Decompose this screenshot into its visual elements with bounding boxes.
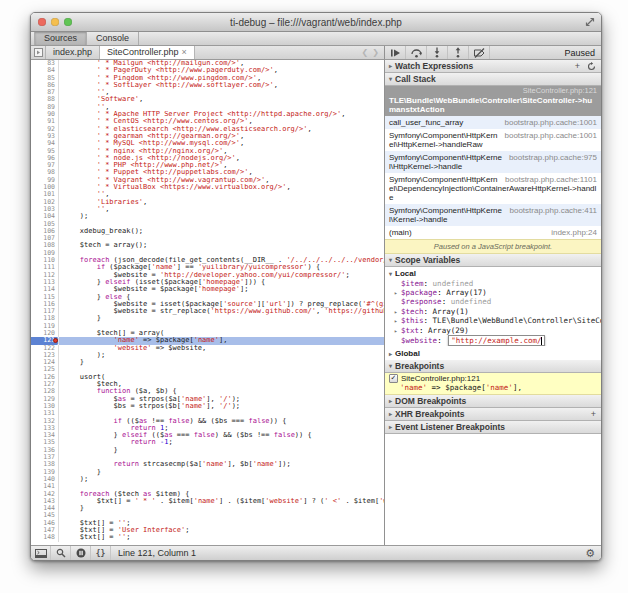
code-line-100: 100 ' * VirtualBox <https://www.virtualb… <box>31 184 384 191</box>
code-area: 83 ' * Mailgun <http://mailgun.com/>',84… <box>31 60 384 542</box>
scope-group-global[interactable]: ▸Global <box>385 348 601 359</box>
call-stack-frame[interactable]: bootstrap.php.cache:1101Symfony\Componen… <box>385 173 601 204</box>
chevron-right-icon: ▸ <box>389 395 392 407</box>
section-xhr-breakpoints[interactable]: ▸ XHR Breakpoints + <box>385 408 601 421</box>
tab-scroll-right-icon[interactable]: ❯ <box>372 48 379 57</box>
section-call-stack[interactable]: ▾ Call Stack <box>385 73 601 86</box>
code-line-108: 108 $tech = array(); <box>31 242 384 249</box>
file-tab-sitecontroller[interactable]: SiteController.php × <box>100 46 195 59</box>
close-icon[interactable] <box>38 18 46 26</box>
code-line-96: 96 ' * node.js <http://nodejs.org/>', <box>31 155 384 162</box>
section-dom-breakpoints[interactable]: ▸ DOM Breakpoints <box>385 395 601 408</box>
tab-console[interactable]: Console <box>87 32 139 45</box>
code-line-85: 85 ' * Pingdom <http://www.pingdom.com/>… <box>31 75 384 82</box>
code-line-104: 104 ); <box>31 213 384 220</box>
code-line-93: 93 ' * gearman <http://gearman.org/>', <box>31 133 384 140</box>
code-line-117: 117 $website = str_replace('https://www.… <box>31 308 384 315</box>
paused-banner: Paused on a JavaScript breakpoint. <box>385 239 601 254</box>
code-line-133: 133 return 1; <box>31 425 384 432</box>
code-line-101: 101 '', <box>31 191 384 198</box>
scope-variable[interactable]: ▸$tech: Array(1) <box>385 307 601 316</box>
code-line-120: 120 $tech[] = array( <box>31 330 384 337</box>
step-into-icon[interactable] <box>427 46 448 59</box>
code-line-107: 107 <box>31 235 384 242</box>
fullscreen-icon[interactable] <box>585 17 595 27</box>
code-line-127: 127 $tech, <box>31 381 384 388</box>
chevron-right-icon: ▸ <box>389 408 392 420</box>
resume-icon[interactable] <box>385 46 406 59</box>
close-tab-icon[interactable]: × <box>182 46 187 59</box>
code-line-128: 128 function ($a, $b) { <box>31 388 384 395</box>
code-line-111: 111 if ($package['name'] == 'yuilibrary/… <box>31 264 384 271</box>
chevron-down-icon: ▾ <box>389 360 392 372</box>
code-line-124: 124 } <box>31 359 384 366</box>
breakpoint-entry[interactable]: ✓SiteController.php:121'name' => $packag… <box>385 373 601 395</box>
code-line-102: 102 'Libraries', <box>31 199 384 206</box>
frame-location: SiteController.php:121 <box>389 87 597 96</box>
line-number[interactable]: 148 <box>31 534 59 541</box>
zoom-icon[interactable] <box>64 18 72 26</box>
deactivate-breakpoints-icon[interactable] <box>469 46 490 59</box>
code-line-86: 86 ' * SoftLayer <http://www.softlayer.c… <box>31 82 384 89</box>
code-line-116: 116 $website = isset($package['source'][… <box>31 301 384 308</box>
console-drawer-icon[interactable] <box>31 546 51 560</box>
navigator-toggle-icon[interactable] <box>31 46 46 59</box>
minimize-icon[interactable] <box>51 18 59 26</box>
code-line-140: 140 ); <box>31 476 384 483</box>
step-over-icon[interactable] <box>406 46 427 59</box>
section-scope-variables[interactable]: ▾ Scope Variables <box>385 254 601 267</box>
scope-variable[interactable]: ▸$package: Array(17) <box>385 288 601 297</box>
chevron-down-icon: ▾ <box>389 73 392 85</box>
scope-variable[interactable]: ▸$txt: Array(29) <box>385 326 601 335</box>
editor-tab-row: index.php SiteController.php × ❮ ❯ <box>31 46 601 60</box>
scope-group-local[interactable]: ▾Local <box>385 268 601 279</box>
call-stack-frame[interactable]: bootstrap.php.cache:975Symfony\Component… <box>385 151 601 173</box>
section-watch-expressions[interactable]: ▸ Watch Expressions + <box>385 60 601 73</box>
call-stack-frame[interactable]: bootstrap.php.cache:1001Symfony\Componen… <box>385 129 601 151</box>
tab-sources[interactable]: Sources <box>34 32 87 45</box>
search-icon[interactable] <box>51 546 71 560</box>
chevron-right-icon: ▸ <box>389 60 392 72</box>
code-line-138: 138 return strcasecmp($a['name'], $b['na… <box>31 461 384 468</box>
code-editor[interactable]: 83 ' * Mailgun <http://mailgun.com/>',84… <box>31 60 384 545</box>
code-line-87: 87 '', <box>31 89 384 96</box>
title-bar[interactable]: ti-debug – file:///vagrant/web/index.php <box>31 13 601 32</box>
refresh-icon[interactable] <box>587 62 596 71</box>
line-number[interactable]: 121 <box>31 337 59 344</box>
status-bar: {} Line 121, Column 1 ⚙ <box>31 545 601 560</box>
scope-variable[interactable]: ▸$this: TLE\Bundle\WebBundle\Controller\… <box>385 316 601 325</box>
code-line-106: 106 xdebug_break(); <box>31 228 384 235</box>
add-watch-icon[interactable]: + <box>575 60 580 72</box>
call-stack-frame[interactable]: bootstrap.php.cache:1001call_user_func_a… <box>385 116 601 129</box>
pause-on-exceptions-icon[interactable] <box>71 546 91 560</box>
code-line-130: 130 $bs = strpos($b['name'], '/'); <box>31 403 384 410</box>
code-line-132: 132 if (($as !== false) && ($bs === fals… <box>31 418 384 425</box>
section-breakpoints[interactable]: ▾ Breakpoints <box>385 360 601 373</box>
code-line-112: 112 $website = 'http://developer.yahoo.c… <box>31 272 384 279</box>
code-line-88: 88 'Software', <box>31 96 384 103</box>
code-line-146: 146 $txt[] = ''; <box>31 520 384 527</box>
tab-scroll-left-icon[interactable]: ❮ <box>362 48 369 57</box>
chevron-down-icon: ▾ <box>389 270 392 277</box>
code-line-103: 103 '', <box>31 206 384 213</box>
breakpoint-checkbox[interactable]: ✓ <box>389 374 398 383</box>
scope-variable: $website: "http://example.com/ <box>385 335 601 346</box>
add-xhr-breakpoint-icon[interactable]: + <box>591 408 596 420</box>
step-out-icon[interactable] <box>448 46 469 59</box>
code-line-113: 113 } elseif (isset($package['homepage']… <box>31 279 384 286</box>
call-stack-frame[interactable]: bootstrap.php.cache:411Symfony\Component… <box>385 204 601 226</box>
pretty-print-icon[interactable]: {} <box>91 546 111 560</box>
call-stack-frame[interactable]: index.php:24(main) <box>385 226 601 239</box>
code-line-135: 135 return -1; <box>31 439 384 446</box>
variable-value-editor[interactable]: "http://example.com/ <box>448 335 545 346</box>
code-line-142: 142 foreach ($tech as $item) { <box>31 491 384 498</box>
chevron-right-icon: ▸ <box>394 288 401 297</box>
file-tab-bar: index.php SiteController.php × ❮ ❯ <box>31 46 384 60</box>
code-line-114: 114 $website = $package['homepage']; <box>31 286 384 293</box>
call-stack-frame-selected[interactable]: SiteController.php:121 TLE\Bundle\WebBun… <box>385 86 601 116</box>
code-line-147: 147 $txt[] = 'User Interface'; <box>31 527 384 534</box>
file-tab-indexphp[interactable]: index.php <box>46 46 100 59</box>
section-event-listener-breakpoints[interactable]: ▸ Event Listener Breakpoints <box>385 421 601 434</box>
gear-icon[interactable]: ⚙ <box>585 548 601 558</box>
code-line-83: 83 ' * Mailgun <http://mailgun.com/>', <box>31 60 384 67</box>
